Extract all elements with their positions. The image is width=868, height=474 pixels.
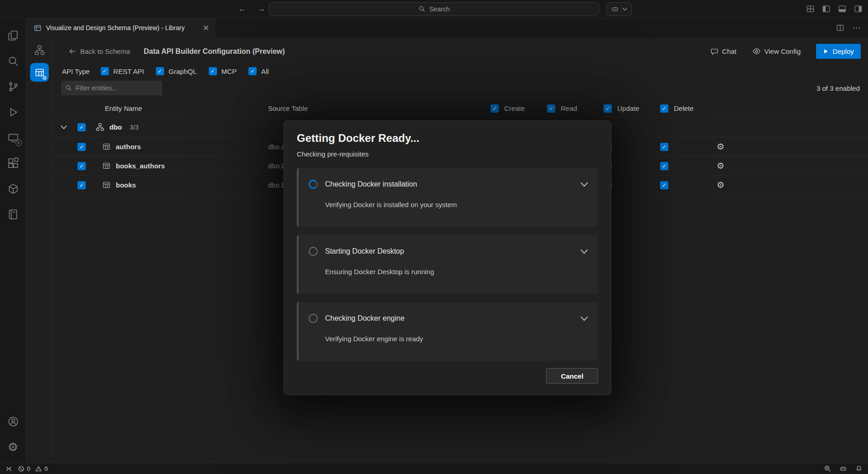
back-to-schema-link[interactable]: Back to Schema xyxy=(68,47,130,55)
mcp-checkbox[interactable] xyxy=(209,67,217,75)
forward-nav-button[interactable]: → xyxy=(257,4,265,14)
remote-indicator-button[interactable] xyxy=(5,465,12,472)
settings-button[interactable]: ⚙ xyxy=(0,434,26,460)
explorer-view-button[interactable] xyxy=(0,23,26,48)
warning-icon xyxy=(35,465,42,472)
run-debug-view-button[interactable] xyxy=(0,99,26,125)
enabled-summary: 3 of 3 enabled xyxy=(816,84,860,92)
row-checkbox[interactable] xyxy=(78,181,86,189)
all-label: All xyxy=(261,68,269,75)
warning-count: 0 xyxy=(44,465,47,472)
back-nav-button[interactable]: ← xyxy=(238,4,246,14)
filter-option-mcp[interactable]: MCP xyxy=(209,67,237,75)
select-all-create-checkbox[interactable] xyxy=(491,104,499,113)
command-center-search[interactable]: Search xyxy=(269,2,599,16)
entity-settings-button[interactable]: ⚙ xyxy=(717,161,724,170)
deploy-button[interactable]: Deploy xyxy=(816,44,861,59)
delete-checkbox[interactable] xyxy=(660,143,668,151)
row-checkbox[interactable] xyxy=(78,143,86,151)
docker-ready-dialog: Getting Docker Ready... Checking pre-req… xyxy=(284,120,611,395)
filter-option-rest-api[interactable]: REST API xyxy=(101,67,144,75)
column-entity-name: Entity Name xyxy=(95,104,268,112)
source-control-view-button[interactable] xyxy=(0,74,26,99)
chat-button[interactable]: Chat xyxy=(710,47,737,56)
gear-icon: ⚙ xyxy=(717,142,724,151)
customize-layout-icon xyxy=(806,5,815,13)
eye-icon xyxy=(752,47,761,56)
view-config-label: View Config xyxy=(765,47,801,55)
designer-view-bar: ⚙ xyxy=(26,37,53,463)
row-checkbox[interactable] xyxy=(78,162,86,170)
rest-api-checkbox[interactable] xyxy=(101,67,109,75)
step-description: Ensuring Docker Desktop is running xyxy=(325,268,588,276)
toggle-panel-bottom-icon xyxy=(838,5,847,13)
group-checkbox[interactable] xyxy=(78,123,86,131)
run-debug-icon xyxy=(7,106,19,118)
step-header[interactable]: Checking Docker installation xyxy=(309,180,588,189)
tab-visualize-design-schema[interactable]: Visualize and Design Schema (Preview) - … xyxy=(26,18,215,37)
error-count: 0 xyxy=(27,465,30,472)
page-title: Data API Builder Configuration (Preview) xyxy=(144,47,285,56)
gear-icon: ⚙ xyxy=(717,180,724,190)
remote-explorer-view-button[interactable]: ✕ xyxy=(0,125,26,151)
sql-projects-view-button[interactable] xyxy=(0,202,26,227)
accounts-button[interactable] xyxy=(0,409,26,434)
activity-bar-bottom: ⚙ xyxy=(0,409,26,463)
toggle-secondary-sidebar-button[interactable] xyxy=(854,5,863,13)
group-name: dbo xyxy=(109,123,122,131)
more-actions-button[interactable]: ⋯ xyxy=(852,23,861,33)
remote-brackets-icon xyxy=(5,465,12,472)
entity-settings-button[interactable]: ⚙ xyxy=(717,142,724,151)
cancel-button[interactable]: Cancel xyxy=(546,368,598,384)
delete-checkbox[interactable] xyxy=(660,181,668,189)
titlebar: ← → Search xyxy=(0,0,868,18)
copilot-status-button[interactable] xyxy=(839,465,847,473)
schema-designer-view-button[interactable] xyxy=(30,41,50,59)
step-header[interactable]: Starting Docker Desktop xyxy=(309,247,588,256)
account-icon xyxy=(7,416,19,427)
page-header: Back to Schema Data API Builder Configur… xyxy=(53,37,868,62)
step-header[interactable]: Checking Docker engine xyxy=(309,314,588,323)
copilot-session-button[interactable] xyxy=(606,2,632,16)
vscode-window: ← → Search ✕ xyxy=(0,0,868,474)
split-editor-button[interactable] xyxy=(836,24,844,32)
zoom-indicator-button[interactable] xyxy=(824,465,831,472)
gear-icon: ⚙ xyxy=(8,441,18,453)
toggle-panel-button[interactable] xyxy=(838,5,847,13)
data-api-builder-view-button[interactable]: ⚙ xyxy=(30,63,49,82)
entity-settings-button[interactable]: ⚙ xyxy=(717,181,724,189)
step-label: Checking Docker engine xyxy=(325,314,404,323)
gear-overlay-icon: ⚙ xyxy=(42,75,47,81)
graphql-checkbox[interactable] xyxy=(156,67,164,75)
chevron-down-icon xyxy=(61,125,67,130)
select-all-read-checkbox[interactable] xyxy=(547,104,555,113)
customize-layout-button[interactable] xyxy=(806,5,815,13)
filter-option-graphql[interactable]: GraphQL xyxy=(156,67,197,75)
spinner-icon xyxy=(309,180,318,189)
all-checkbox[interactable] xyxy=(248,67,257,75)
chat-icon xyxy=(710,47,718,56)
table-icon xyxy=(103,162,110,170)
layout-controls xyxy=(806,5,863,13)
problems-button[interactable]: 0 0 xyxy=(18,465,48,472)
toggle-primary-sidebar-button[interactable] xyxy=(822,5,831,13)
search-view-button[interactable] xyxy=(0,48,26,74)
column-update: Update xyxy=(600,104,656,113)
filter-entities-input[interactable] xyxy=(61,81,162,95)
extensions-view-button[interactable] xyxy=(0,151,26,176)
step-docker-installation: Checking Docker installation Verifying D… xyxy=(297,168,598,227)
select-all-update-checkbox[interactable] xyxy=(604,104,612,113)
view-config-button[interactable]: View Config xyxy=(752,47,801,56)
collapse-group-button[interactable] xyxy=(61,125,67,130)
search-icon xyxy=(65,84,72,91)
tab-close-button[interactable]: ✕ xyxy=(203,24,209,32)
dialog-title: Getting Docker Ready... xyxy=(297,132,598,145)
filter-option-all[interactable]: All xyxy=(248,67,269,75)
notifications-button[interactable] xyxy=(855,465,863,472)
delete-checkbox[interactable] xyxy=(660,162,668,170)
column-create: Create xyxy=(487,104,543,113)
containers-view-button[interactable] xyxy=(0,176,26,202)
step-docker-engine: Checking Docker engine Verifying Docker … xyxy=(297,302,598,361)
step-label: Checking Docker installation xyxy=(325,180,417,188)
select-all-delete-checkbox[interactable] xyxy=(660,104,668,113)
